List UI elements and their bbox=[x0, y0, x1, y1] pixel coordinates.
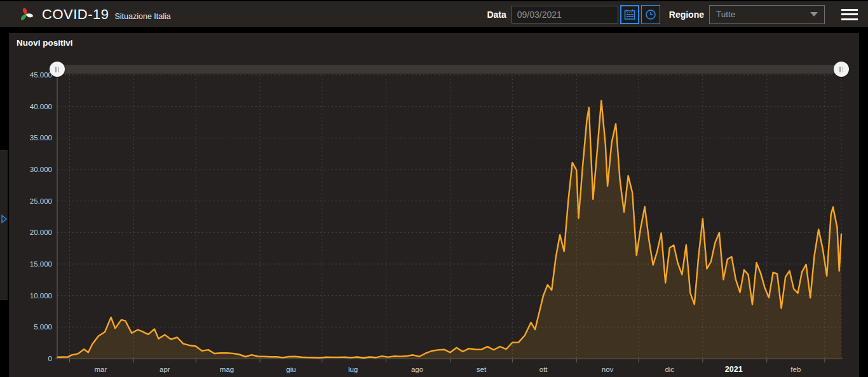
x-axis-month-label: nov bbox=[602, 366, 614, 373]
clock-icon bbox=[645, 9, 656, 20]
date-label: Data bbox=[487, 10, 506, 20]
menu-icon bbox=[841, 9, 858, 11]
y-axis-tick-label: 15.000 bbox=[30, 260, 52, 268]
y-axis-tick-label: 25.000 bbox=[30, 197, 52, 205]
y-axis-tick-label: 0 bbox=[48, 355, 52, 362]
slider-handle-right[interactable] bbox=[834, 62, 849, 77]
x-axis-month-label: apr bbox=[159, 366, 170, 373]
time-button[interactable] bbox=[641, 5, 660, 24]
collapsed-sidebar[interactable] bbox=[0, 150, 8, 300]
date-input[interactable] bbox=[512, 6, 618, 23]
expand-panel-icon[interactable] bbox=[1, 215, 8, 223]
y-axis-tick-label: 5.000 bbox=[34, 323, 52, 331]
chart-panel: Nuovi positivi 05.00010.00015.00020.0002… bbox=[9, 33, 859, 377]
x-axis-month-label: ago bbox=[411, 366, 423, 373]
menu-button[interactable] bbox=[841, 6, 858, 23]
chevron-down-icon bbox=[810, 12, 818, 17]
x-axis-month-label: mar bbox=[94, 366, 107, 373]
x-axis-month-label: 2021 bbox=[725, 365, 743, 374]
time-range-slider[interactable] bbox=[57, 65, 841, 74]
x-axis-month-label: mag bbox=[220, 366, 234, 373]
app-header: COVID-19 Situazione Italia Data Regione bbox=[0, 1, 868, 27]
app-title: COVID-19 bbox=[42, 6, 109, 23]
y-axis-tick-label: 35.000 bbox=[30, 134, 52, 142]
x-axis-month-label: feb bbox=[790, 366, 801, 373]
x-axis-month-label: set bbox=[477, 366, 487, 373]
y-axis-tick-label: 40.000 bbox=[30, 103, 52, 110]
region-selected-value: Tutte bbox=[716, 10, 735, 19]
y-axis-tick-label: 20.000 bbox=[30, 228, 52, 236]
y-axis-tick-label: 45.000 bbox=[30, 71, 52, 79]
x-axis-month-label: ott bbox=[539, 366, 548, 373]
calendar-icon bbox=[624, 9, 635, 20]
y-axis-tick-label: 10.000 bbox=[30, 292, 52, 300]
region-select[interactable]: Tutte bbox=[709, 5, 825, 24]
x-axis-month-label: giu bbox=[286, 366, 295, 373]
calendar-button[interactable] bbox=[620, 5, 639, 24]
protezione-civile-logo-icon bbox=[18, 6, 34, 23]
y-axis-tick-label: 30.000 bbox=[30, 166, 52, 173]
x-axis-month-label: dic bbox=[665, 366, 674, 373]
x-axis-month-label: lug bbox=[348, 366, 358, 373]
region-label: Regione bbox=[669, 10, 704, 20]
series-area bbox=[57, 101, 841, 359]
slider-handle-left[interactable] bbox=[50, 62, 65, 77]
app-subtitle: Situazione Italia bbox=[114, 8, 170, 21]
chart-svg: 05.00010.00015.00020.00025.00030.00035.0… bbox=[9, 33, 859, 377]
